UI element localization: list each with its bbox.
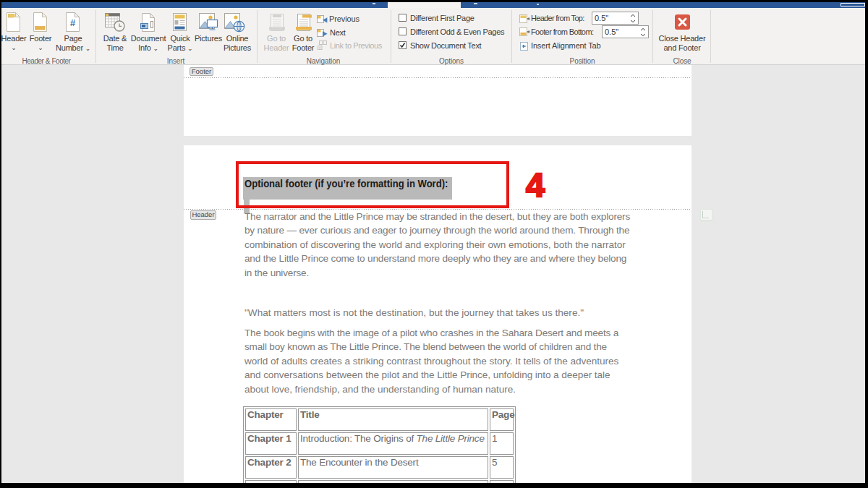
svg-text:#: # bbox=[70, 17, 76, 28]
